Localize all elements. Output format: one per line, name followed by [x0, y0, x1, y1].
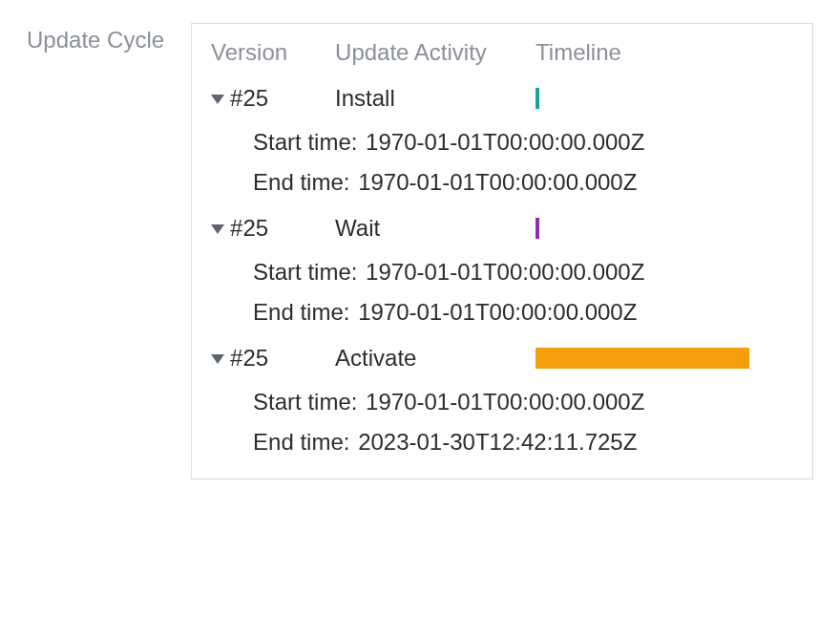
entry-details: Start time: 1970-01-01T00:00:00.000Z End…: [211, 389, 793, 456]
chevron-down-icon: [211, 224, 224, 234]
entry-details: Start time: 1970-01-01T00:00:00.000Z End…: [211, 259, 793, 326]
timeline-bar: [536, 88, 539, 109]
end-time-label: End time:: [253, 169, 349, 195]
end-time-value: 1970-01-01T00:00:00.000Z: [358, 299, 637, 325]
entry-details: Start time: 1970-01-01T00:00:00.000Z End…: [211, 129, 793, 196]
start-time-label: Start time:: [253, 129, 357, 155]
timeline-bar: [536, 348, 749, 369]
start-time-label: Start time:: [253, 389, 357, 415]
entry-summary-row[interactable]: #25 Activate: [211, 345, 793, 372]
activity-text: Wait: [335, 215, 536, 242]
end-time-label: End time:: [253, 429, 349, 455]
start-time-value: 1970-01-01T00:00:00.000Z: [366, 389, 644, 415]
col-header-activity: Update Activity: [335, 39, 536, 66]
section-label: Update Cycle: [27, 23, 164, 53]
start-time-label: Start time:: [253, 259, 357, 285]
start-time-value: 1970-01-01T00:00:00.000Z: [366, 129, 644, 155]
timeline-bar: [536, 218, 539, 239]
update-entry: #25 Activate Start time: 1970-01-01T00:0…: [211, 345, 793, 456]
entry-summary-row[interactable]: #25 Install: [211, 85, 793, 112]
activity-text: Activate: [335, 345, 536, 372]
chevron-down-icon: [211, 354, 224, 364]
end-time-value: 2023-01-30T12:42:11.725Z: [358, 429, 637, 455]
col-header-version: Version: [211, 39, 335, 66]
table-header: Version Update Activity Timeline: [211, 39, 793, 66]
entry-summary-row[interactable]: #25 Wait: [211, 215, 793, 242]
update-cycle-panel: Version Update Activity Timeline #25 Ins…: [191, 23, 813, 479]
activity-text: Install: [335, 85, 536, 112]
update-entry: #25 Install Start time: 1970-01-01T00:00…: [211, 85, 793, 196]
version-text: #25: [230, 345, 268, 372]
version-text: #25: [230, 215, 268, 242]
update-entry: #25 Wait Start time: 1970-01-01T00:00:00…: [211, 215, 793, 326]
col-header-timeline: Timeline: [536, 39, 793, 66]
end-time-value: 1970-01-01T00:00:00.000Z: [358, 169, 637, 195]
version-text: #25: [230, 85, 268, 112]
start-time-value: 1970-01-01T00:00:00.000Z: [366, 259, 644, 285]
chevron-down-icon: [211, 95, 224, 104]
end-time-label: End time:: [253, 299, 349, 325]
